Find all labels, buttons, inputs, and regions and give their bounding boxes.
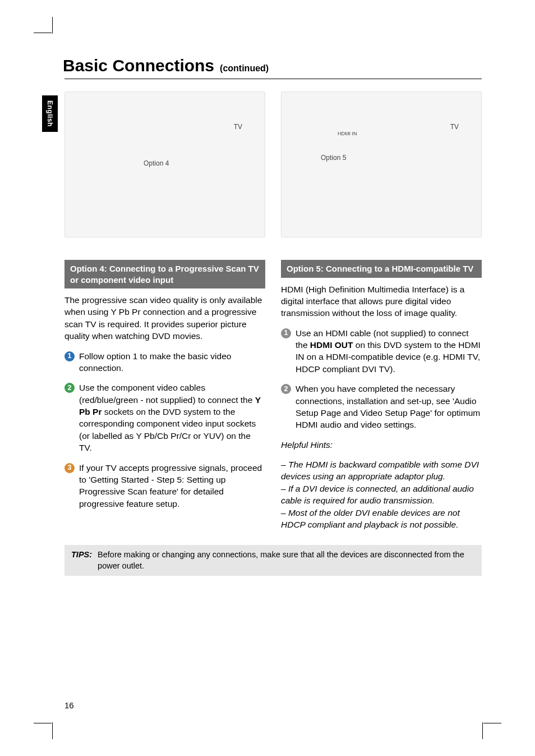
tips-text: Before making or changing any connection…: [98, 549, 475, 571]
illustration-option5: TV Option 5 HDMI IN: [281, 91, 482, 237]
page: English Basic Connections (continued) TV…: [0, 0, 535, 756]
step-text: When you have completed the necessary co…: [296, 384, 480, 429]
page-number: 16: [64, 700, 74, 710]
columns: TV Option 4 Option 4: Connecting to a Pr…: [64, 91, 482, 538]
option4-intro: The progressive scan video quality is on…: [64, 294, 265, 342]
illus-option-label: Option 5: [321, 154, 346, 162]
crop-mark: [52, 722, 53, 739]
hint-1: – The HDMI is backward compatible with s…: [281, 459, 482, 483]
option4-subhead: Option 4: Connecting to a Progressive Sc…: [64, 260, 265, 288]
continued-label: (continued): [220, 63, 269, 74]
page-title: Basic Connections: [63, 56, 214, 75]
illus-tv-label: TV: [450, 123, 459, 131]
step-text-pre: Use the component video cables (red/blue…: [79, 383, 255, 404]
option4-step1: Follow option 1 to make the basic video …: [64, 350, 265, 374]
step-text: If your TV accepts progressive signals, …: [79, 463, 262, 508]
option5-subhead: Option 5: Connecting to a HDMI-compatibl…: [281, 260, 482, 278]
illus-tv-label: TV: [234, 123, 242, 131]
tips-box: TIPS: Before making or changing any conn…: [64, 545, 482, 576]
hint-2: – If a DVI device is connected, an addit…: [281, 483, 482, 507]
right-column: TV Option 5 HDMI IN Option 5: Connecting…: [281, 91, 482, 538]
step-strong: HDMI OUT: [310, 340, 353, 350]
option4-step2: Use the component video cables (red/blue…: [64, 382, 265, 453]
heading-rule: [64, 79, 482, 79]
option5-step1: Use an HDMI cable (not supplied) to conn…: [281, 327, 482, 375]
step-text: Follow option 1 to make the basic video …: [79, 351, 231, 373]
crop-mark: [52, 17, 53, 34]
crop-mark: [34, 33, 52, 33]
step-text-post: sockets on the DVD system to the corresp…: [79, 407, 256, 452]
left-column: TV Option 4 Option 4: Connecting to a Pr…: [64, 91, 265, 538]
illustration-option4: TV Option 4: [64, 91, 265, 237]
language-tab: English: [42, 95, 58, 132]
illus-option-label: Option 4: [144, 159, 169, 167]
crop-mark: [34, 723, 52, 723]
crop-mark: [483, 723, 501, 723]
option5-step2: When you have completed the necessary co…: [281, 383, 482, 431]
crop-mark: [482, 722, 483, 739]
option5-intro: HDMI (High Definition Multimedia Interfa…: [281, 283, 482, 319]
hints-title: Helpful Hints:: [281, 439, 482, 451]
tips-label: TIPS:: [71, 549, 92, 571]
illus-hdmi-label: HDMI IN: [338, 131, 357, 136]
option4-step3: If your TV accepts progressive signals, …: [64, 462, 265, 510]
page-heading-row: Basic Connections (continued): [63, 56, 482, 75]
hint-3: – Most of the older DVI enable devices a…: [281, 507, 482, 531]
